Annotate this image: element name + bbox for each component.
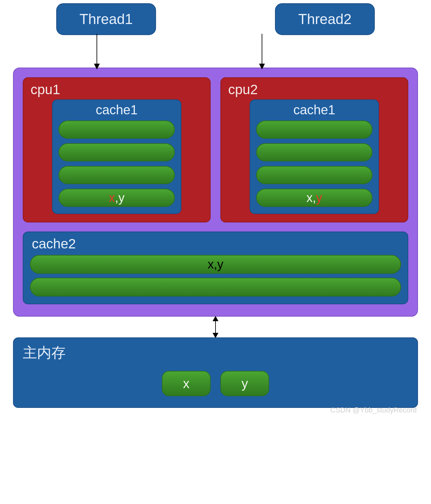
bidirectional-arrow-icon (215, 317, 216, 337)
cpu1-var-x: x (109, 191, 115, 205)
cpu1-cache1-box: cache1 x,y (52, 99, 181, 214)
separator: , (115, 191, 119, 205)
cache2-box: cache2 x,y (23, 232, 408, 304)
cpu2-var-y: y (316, 191, 322, 205)
cpu2-box: cpu2 cache1 x,y (220, 77, 408, 222)
main-memory-label: 主内存 (21, 343, 410, 362)
cache-line (59, 166, 175, 184)
cpu2-label: cpu2 (227, 82, 402, 97)
cpu2-cache1-box: cache1 x,y (250, 99, 379, 214)
cache-line (256, 120, 372, 139)
thread1-box: Thread1 (56, 3, 156, 35)
cache-line (30, 278, 401, 296)
cpu1-cache-line-xy: x,y (59, 189, 175, 207)
cpu2-var-x: x (307, 191, 313, 205)
cache-line (59, 120, 175, 139)
cpu1-label: cpu1 (29, 82, 204, 97)
cpu1-box: cpu1 cache1 x,y (23, 77, 211, 222)
cpu-package: cpu1 cache1 x,y cpu2 cache1 (13, 68, 418, 317)
cache2-label: cache2 (30, 236, 401, 252)
memory-vars: x y (21, 371, 410, 396)
cache2-var-xy: x,y (208, 258, 224, 271)
cache2-line-xy: x,y (30, 255, 401, 274)
cache-line (256, 143, 372, 161)
cache-line (59, 143, 175, 161)
thread2-box: Thread2 (275, 3, 375, 35)
arrow-thread2-to-cpu2 (262, 34, 262, 69)
arrow-thread1-to-cpu1 (97, 34, 97, 69)
cache-memory-arrow-row (13, 317, 418, 337)
cpu1-cache-lines: x,y (59, 120, 175, 207)
thread-to-cpu-arrows (13, 35, 418, 68)
cpu2-cache-lines: x,y (256, 120, 372, 207)
memory-var-y: y (220, 371, 269, 396)
separator: , (313, 191, 316, 205)
cpu2-cache1-label: cache1 (256, 103, 372, 117)
cpus-row: cpu1 cache1 x,y cpu2 cache1 (23, 77, 408, 222)
cache2-lines: x,y (30, 255, 401, 296)
cache-line (256, 166, 372, 184)
cpu2-cache-line-xy: x,y (256, 189, 372, 207)
cpu1-var-y: y (118, 191, 124, 205)
watermark: CSDN @Ybb_studyRecord (330, 406, 417, 414)
memory-var-x: x (162, 371, 211, 396)
thread-row: Thread1 Thread2 (13, 3, 418, 35)
cpu1-cache1-label: cache1 (59, 103, 175, 117)
main-memory-box: 主内存 x y (13, 337, 418, 408)
